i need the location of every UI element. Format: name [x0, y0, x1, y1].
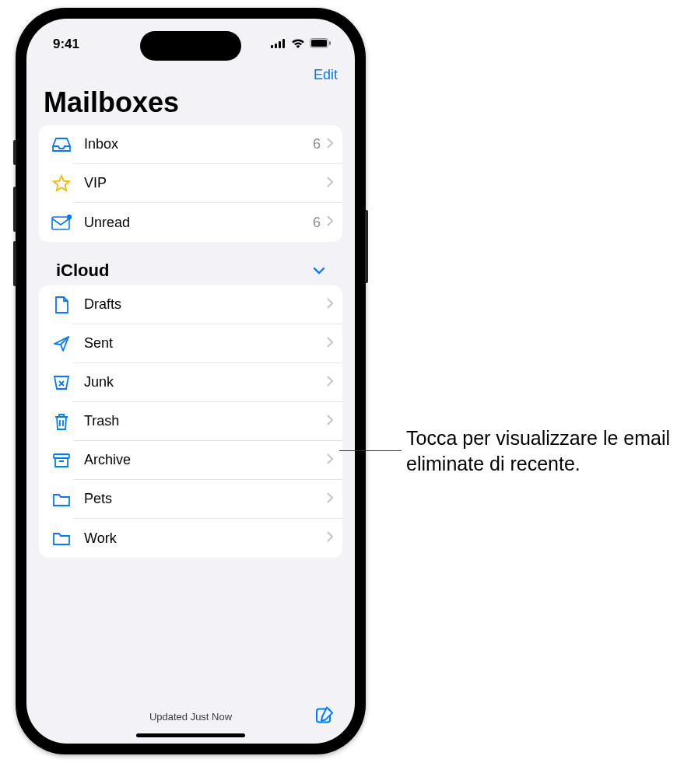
mailbox-content: Inbox 6 VIP [26, 125, 355, 694]
chevron-right-icon [327, 376, 333, 390]
unread-icon [50, 211, 73, 234]
junk-icon [50, 371, 73, 394]
smart-mailboxes-group: Inbox 6 VIP [39, 125, 342, 242]
chevron-right-icon [327, 177, 333, 191]
svg-rect-3 [282, 39, 285, 48]
mailbox-row-inbox[interactable]: Inbox 6 [39, 125, 342, 164]
svg-rect-2 [279, 41, 281, 48]
chevron-right-icon [327, 298, 333, 312]
svg-point-8 [67, 215, 72, 219]
archive-icon [50, 449, 73, 472]
mailbox-label: Sent [84, 335, 327, 352]
screen: 9:41 Edit Mailboxes [26, 19, 355, 744]
account-name: iCloud [56, 261, 109, 281]
mailbox-count: 6 [313, 136, 321, 152]
page-title: Mailboxes [26, 85, 355, 125]
mailbox-row-drafts[interactable]: Drafts [39, 285, 342, 324]
power-button [365, 210, 368, 283]
chevron-right-icon [327, 415, 333, 429]
chevron-right-icon [327, 492, 333, 506]
star-icon [50, 172, 73, 195]
svg-rect-6 [329, 41, 331, 45]
volume-down-button [13, 241, 16, 286]
iphone-frame: 9:41 Edit Mailboxes [16, 8, 366, 754]
mailbox-label: Work [84, 530, 327, 547]
icloud-folders-group: Drafts Sent [39, 285, 342, 558]
chevron-down-icon [313, 264, 325, 278]
chevron-right-icon [327, 337, 333, 351]
mailbox-row-vip[interactable]: VIP [39, 164, 342, 203]
document-icon [50, 293, 73, 317]
account-section-header[interactable]: iCloud [39, 245, 342, 285]
compose-icon [314, 716, 335, 728]
mailbox-row-unread[interactable]: Unread 6 [39, 203, 342, 242]
silence-switch [13, 140, 16, 165]
mailbox-row-work[interactable]: Work [39, 519, 342, 558]
mailbox-label: Inbox [84, 136, 313, 152]
wifi-icon [291, 37, 305, 52]
mailbox-row-trash[interactable]: Trash [39, 402, 342, 441]
svg-rect-1 [275, 44, 277, 48]
svg-rect-9 [54, 454, 69, 458]
compose-button[interactable] [314, 705, 335, 728]
chevron-right-icon [327, 215, 333, 229]
svg-rect-0 [271, 45, 273, 48]
volume-up-button [13, 187, 16, 232]
folder-icon [50, 527, 73, 550]
home-indicator[interactable] [136, 733, 245, 737]
paper-plane-icon [50, 332, 73, 355]
mailbox-count: 6 [313, 215, 321, 231]
mailbox-label: Pets [84, 491, 327, 507]
trash-icon [50, 410, 73, 433]
mailbox-label: VIP [84, 175, 321, 191]
callout-text: Tocca per visualizzare le email eliminat… [406, 425, 671, 476]
edit-button[interactable]: Edit [314, 67, 338, 83]
nav-bar: Edit [26, 62, 355, 85]
cellular-icon [271, 37, 286, 52]
mailbox-row-sent[interactable]: Sent [39, 324, 342, 363]
dynamic-island [140, 31, 241, 61]
mailbox-label: Archive [84, 452, 327, 468]
svg-rect-7 [52, 217, 69, 229]
mailbox-row-archive[interactable]: Archive [39, 441, 342, 480]
status-time: 9:41 [53, 37, 100, 52]
update-status: Updated Just Now [149, 711, 232, 723]
mailbox-row-junk[interactable]: Junk [39, 363, 342, 402]
inbox-icon [50, 133, 73, 156]
svg-rect-5 [311, 40, 327, 47]
folder-icon [50, 488, 73, 511]
mailbox-label: Trash [84, 413, 327, 429]
chevron-right-icon [327, 531, 333, 545]
battery-icon [310, 37, 331, 52]
mailbox-label: Unread [84, 215, 313, 231]
mailbox-label: Drafts [84, 296, 327, 313]
mailbox-row-pets[interactable]: Pets [39, 480, 342, 519]
mailbox-label: Junk [84, 374, 327, 390]
chevron-right-icon [327, 138, 333, 152]
chevron-right-icon [327, 453, 333, 467]
callout-line [339, 450, 402, 451]
